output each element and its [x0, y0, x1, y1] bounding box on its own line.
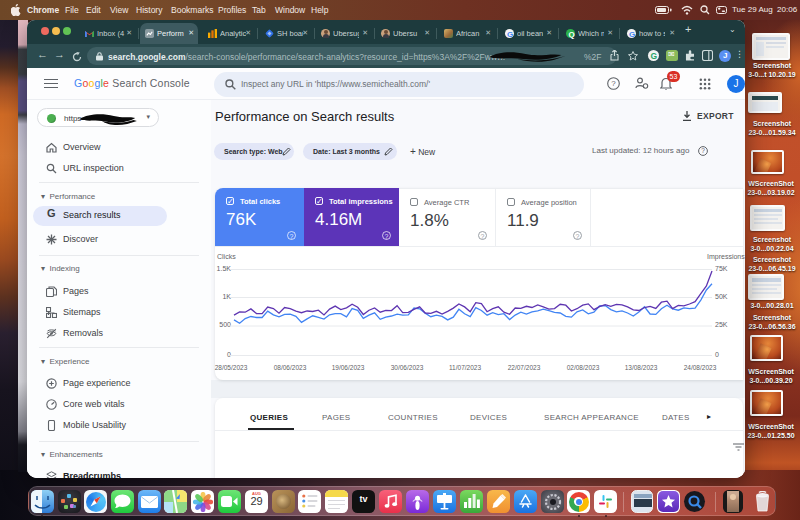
svg-text:?: ?	[611, 79, 616, 88]
svg-text:?: ?	[701, 147, 705, 154]
